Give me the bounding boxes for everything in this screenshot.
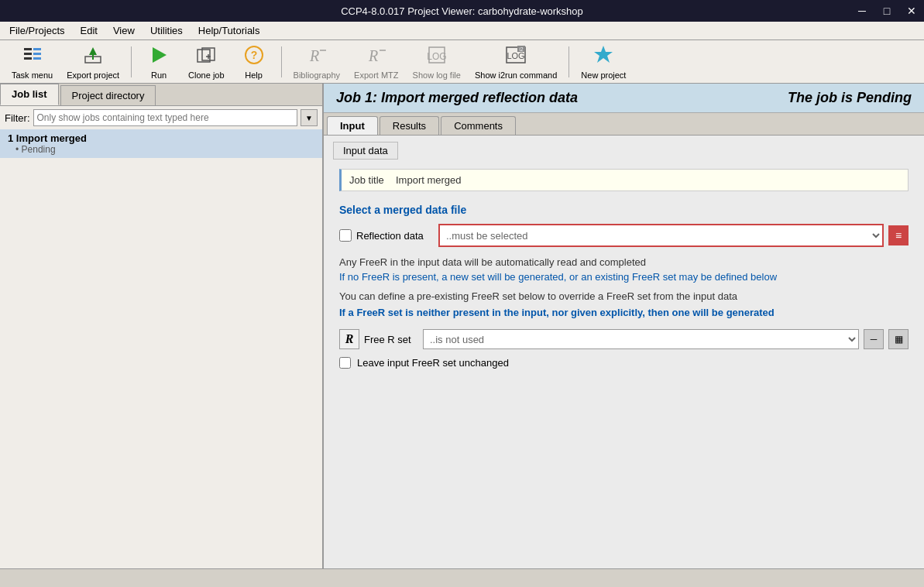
filter-input[interactable] [33, 109, 298, 126]
menu-file-projects[interactable]: File/Projects [3, 23, 71, 38]
new-project-icon [593, 44, 614, 69]
menu-help-tutorials[interactable]: Help/Tutorials [192, 23, 266, 38]
minimize-button[interactable]: ─ [850, 0, 874, 22]
bibliography-button[interactable]: R Bibliography [288, 40, 346, 84]
info-text-1: Any FreeR in the input data will be auto… [339, 256, 909, 268]
tab-job-list[interactable]: Job list [0, 84, 59, 105]
svg-rect-4 [33, 53, 41, 55]
info-text-2: If no FreeR is present, a new set will b… [339, 271, 909, 283]
show-i2run-label: Show i2run command [475, 70, 557, 80]
help-label: Help [245, 70, 263, 80]
job-item-title: 1 Import merged [8, 132, 314, 144]
job-item[interactable]: 1 Import merged • Pending [0, 129, 322, 158]
show-log-file-label: Show log file [413, 70, 461, 80]
svg-text:R: R [368, 47, 378, 64]
reflection-data-select[interactable]: ..must be selected [440, 225, 882, 245]
svg-rect-3 [33, 48, 41, 50]
bullet: • [15, 144, 22, 155]
show-i2run-button[interactable]: LOG i2 Show i2run command [469, 40, 562, 84]
freer-btn-2[interactable]: ▦ [888, 329, 909, 349]
svg-marker-8 [153, 47, 167, 63]
leave-freer-label: Leave input FreeR set unchanged [357, 357, 509, 369]
run-button[interactable]: Run [138, 40, 180, 84]
export-mtz-label: Export MTZ [354, 70, 398, 80]
freer-row: R Free R set ..is not used ─ ▦ [339, 329, 909, 349]
show-log-file-icon: LOG [426, 44, 448, 69]
svg-marker-7 [89, 47, 97, 60]
svg-marker-25 [594, 46, 613, 63]
leave-freer-checkbox[interactable] [339, 357, 351, 369]
export-project-button[interactable]: Export project [61, 40, 125, 84]
toolbar: Task menu Export project Run [0, 40, 924, 84]
tab-input[interactable]: Input [327, 116, 378, 135]
clone-job-button[interactable]: Clone job [183, 40, 229, 84]
job-list: 1 Import merged • Pending [0, 129, 322, 568]
tab-results[interactable]: Results [380, 116, 439, 135]
job-tabs: Input Results Comments [324, 113, 924, 136]
toolbar-separator-2 [281, 46, 282, 77]
job-title-row: Job title [339, 169, 909, 191]
select-data-header: Select a merged data file [339, 204, 909, 216]
job-title-input[interactable] [396, 174, 900, 186]
svg-text:?: ? [250, 49, 257, 61]
job-title-label: Job title [349, 174, 396, 186]
menu-edit[interactable]: Edit [74, 23, 104, 38]
tab-comments[interactable]: Comments [441, 116, 516, 135]
bibliography-icon: R [306, 44, 328, 69]
freer-select[interactable]: ..is not used [423, 329, 859, 349]
leave-freer-row: Leave input FreeR set unchanged [339, 357, 909, 369]
export-mtz-icon: R [366, 44, 387, 69]
input-data-section-tab[interactable]: Input data [333, 142, 398, 160]
close-button[interactable]: ✕ [899, 0, 924, 22]
reflection-data-label: Reflection data [356, 230, 434, 242]
svg-rect-1 [24, 53, 32, 55]
task-menu-label: Task menu [12, 70, 53, 80]
new-project-label: New project [581, 70, 626, 80]
title-bar: CCP4-8.0.017 Project Viewer: carbohydrat… [0, 0, 924, 22]
new-project-button[interactable]: New project [575, 40, 631, 84]
left-panel: Job list Project directory Filter: ▼ 1 I… [0, 84, 324, 568]
filter-dropdown-button[interactable]: ▼ [301, 109, 318, 126]
svg-text:LOG: LOG [507, 51, 525, 60]
menu-utilities[interactable]: Utilities [144, 23, 189, 38]
bibliography-label: Bibliography [294, 70, 341, 80]
filter-row: Filter: ▼ [0, 106, 322, 129]
filter-label: Filter: [5, 112, 30, 124]
maximize-button[interactable]: □ [874, 0, 899, 22]
info-text-blue: If a FreeR set is neither present in the… [339, 307, 909, 318]
toolbar-separator-1 [131, 46, 132, 77]
form-section: Job title Select a merged data file Refl… [324, 160, 924, 378]
task-menu-button[interactable]: Task menu [6, 40, 58, 84]
clone-job-icon [195, 44, 217, 69]
show-log-file-button[interactable]: LOG Show log file [407, 40, 466, 84]
svg-rect-5 [33, 57, 41, 60]
svg-text:R: R [309, 47, 319, 64]
menu-view[interactable]: View [107, 23, 141, 38]
run-label: Run [151, 70, 167, 80]
run-icon [148, 44, 170, 69]
job-item-status: • Pending [8, 144, 314, 155]
freer-icon: R [339, 329, 359, 349]
freer-label: Free R set [364, 334, 418, 345]
reflection-data-action-button[interactable]: ≡ [888, 225, 909, 245]
toolbar-separator-3 [568, 46, 569, 77]
job-header: Job 1: Import merged reflection data The… [324, 84, 924, 113]
help-icon: ? [243, 44, 265, 69]
clone-job-label: Clone job [188, 70, 224, 80]
right-panel: Job 1: Import merged reflection data The… [324, 84, 924, 568]
svg-text:LOG: LOG [427, 51, 446, 62]
freer-btn-1[interactable]: ─ [864, 329, 884, 349]
reflection-data-checkbox[interactable] [339, 229, 352, 242]
window-title: CCP4-8.0.017 Project Viewer: carbohydrat… [74, 5, 850, 17]
help-button[interactable]: ? Help [233, 40, 275, 84]
info-text-3: You can define a pre-existing FreeR set … [339, 290, 909, 302]
job-header-status: The job is Pending [788, 90, 912, 106]
export-mtz-button[interactable]: R Export MTZ [349, 40, 404, 84]
job-header-title: Job 1: Import merged reflection data [336, 90, 578, 106]
job-content: Input data Job title Select a merged dat… [324, 136, 924, 568]
left-tabs: Job list Project directory [0, 84, 322, 106]
show-i2run-icon: LOG i2 [505, 44, 527, 69]
svg-rect-0 [24, 48, 32, 50]
tab-project-directory[interactable]: Project directory [60, 85, 156, 105]
export-project-label: Export project [67, 70, 119, 80]
